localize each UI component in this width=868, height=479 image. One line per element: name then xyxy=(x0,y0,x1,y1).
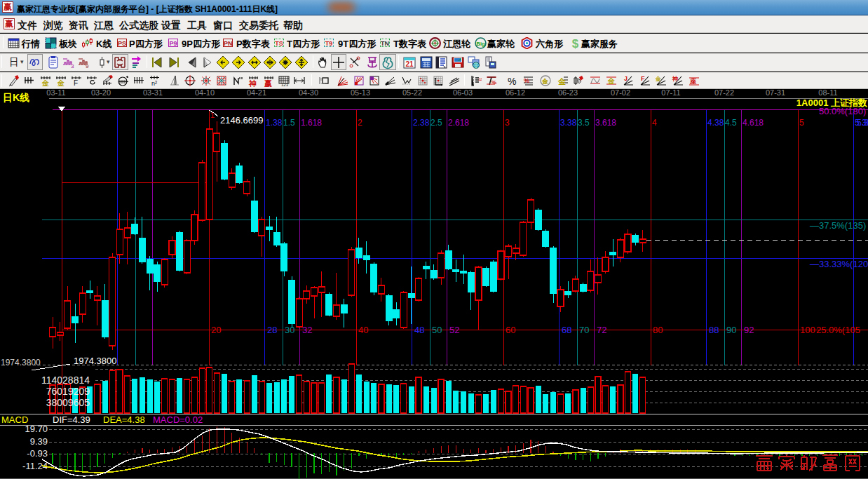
svg-text:04-21: 04-21 xyxy=(247,89,266,97)
svg-text:70: 70 xyxy=(579,325,589,335)
svg-text:9: 9 xyxy=(86,63,89,69)
svg-text:J: J xyxy=(624,75,628,82)
svg-text:05-13: 05-13 xyxy=(351,89,370,97)
svg-text:3.618: 3.618 xyxy=(595,118,616,128)
svg-text:%: % xyxy=(508,76,516,87)
svg-text:1974.3800: 1974.3800 xyxy=(74,356,116,366)
svg-text:20: 20 xyxy=(211,325,221,335)
svg-text:50.0%(180): 50.0%(180) xyxy=(819,106,866,116)
svg-text:68: 68 xyxy=(562,325,571,335)
svg-text:76019209: 76019209 xyxy=(46,386,90,397)
svg-text:90: 90 xyxy=(726,325,736,335)
svg-text:123: 123 xyxy=(478,77,482,81)
svg-text:40: 40 xyxy=(358,325,368,335)
svg-text:3.5: 3.5 xyxy=(578,118,590,128)
svg-text:金: 金 xyxy=(541,78,549,85)
svg-text:25.0%(105: 25.0%(105 xyxy=(816,325,860,335)
svg-text:123: 123 xyxy=(281,83,289,87)
svg-text:48: 48 xyxy=(414,325,424,335)
svg-text:%: % xyxy=(491,79,496,86)
svg-text:4: 4 xyxy=(652,118,657,128)
svg-text:03-31: 03-31 xyxy=(143,89,163,97)
svg-text:19.70: 19.70 xyxy=(25,424,48,434)
svg-text:21: 21 xyxy=(405,60,414,68)
svg-text:$: $ xyxy=(572,37,579,49)
svg-text:-0.93: -0.93 xyxy=(27,448,48,459)
svg-text:88: 88 xyxy=(709,325,719,335)
svg-text:%: % xyxy=(524,77,529,84)
svg-text:03-11: 03-11 xyxy=(46,89,65,97)
svg-text:07-22: 07-22 xyxy=(714,89,734,97)
svg-text:100: 100 xyxy=(800,325,815,335)
svg-text:80: 80 xyxy=(653,325,663,335)
svg-text:1974.3800: 1974.3800 xyxy=(1,358,41,367)
svg-text:06-12: 06-12 xyxy=(506,89,525,97)
svg-text:07-11: 07-11 xyxy=(661,89,680,97)
svg-text:4.5: 4.5 xyxy=(725,118,737,128)
svg-text:神: 神 xyxy=(248,79,257,87)
svg-text:2: 2 xyxy=(358,118,362,128)
svg-text:神: 神 xyxy=(672,76,678,82)
svg-text:2.618: 2.618 xyxy=(448,118,469,128)
svg-text:52: 52 xyxy=(449,325,459,335)
svg-text:金: 金 xyxy=(607,77,615,85)
svg-text:2.5: 2.5 xyxy=(430,118,442,128)
svg-text:5.3: 5.3 xyxy=(857,118,868,128)
svg-text:1.618: 1.618 xyxy=(301,118,322,128)
svg-text:06-23: 06-23 xyxy=(558,89,578,97)
svg-text:1.38: 1.38 xyxy=(266,118,283,128)
svg-text:日K线: 日K线 xyxy=(3,92,29,103)
svg-text:—37.5%(135): —37.5%(135) xyxy=(810,220,866,231)
svg-text:1.5: 1.5 xyxy=(283,118,295,128)
svg-text:2.38: 2.38 xyxy=(413,118,430,128)
svg-text:3: 3 xyxy=(505,118,510,128)
svg-text:06-03: 06-03 xyxy=(453,89,473,97)
svg-text:50: 50 xyxy=(432,325,442,335)
svg-text:3.38: 3.38 xyxy=(560,118,577,128)
svg-text:金: 金 xyxy=(41,79,49,87)
svg-text:72: 72 xyxy=(597,325,606,335)
svg-text:08-11: 08-11 xyxy=(818,89,837,97)
svg-text:DEA=4.38: DEA=4.38 xyxy=(103,414,145,425)
svg-text:金: 金 xyxy=(557,77,567,86)
svg-text:114028814: 114028814 xyxy=(41,375,90,386)
svg-text:5: 5 xyxy=(799,118,804,128)
svg-text:2146.6699: 2146.6699 xyxy=(220,115,263,126)
svg-text:05-22: 05-22 xyxy=(402,89,422,97)
svg-text:9.39: 9.39 xyxy=(30,436,48,447)
svg-text:30: 30 xyxy=(285,325,294,335)
svg-text:03-20: 03-20 xyxy=(91,89,111,97)
svg-text:4.618: 4.618 xyxy=(742,118,764,128)
svg-text:座: 座 xyxy=(689,78,697,85)
svg-text:07-02: 07-02 xyxy=(611,89,630,97)
svg-text:92: 92 xyxy=(744,325,754,335)
svg-text:F: F xyxy=(74,79,78,87)
svg-text:32: 32 xyxy=(302,325,312,335)
svg-text:04-30: 04-30 xyxy=(299,89,318,97)
svg-text:3: 3 xyxy=(71,63,74,69)
svg-text:Big: Big xyxy=(477,41,485,47)
svg-text:F: F xyxy=(641,75,645,82)
svg-text:07-31: 07-31 xyxy=(766,89,785,97)
svg-text:38009605: 38009605 xyxy=(46,397,90,408)
svg-text:—33.33%(120): —33.33%(120) xyxy=(810,259,868,269)
svg-text:28: 28 xyxy=(267,325,277,335)
svg-text:金: 金 xyxy=(57,79,65,87)
svg-text:DIF=4.39: DIF=4.39 xyxy=(53,414,90,425)
svg-text:MACD=0.02: MACD=0.02 xyxy=(153,414,203,425)
svg-text:金: 金 xyxy=(655,76,661,82)
svg-text:赢: 赢 xyxy=(264,79,272,87)
svg-text:n²: n² xyxy=(151,80,157,87)
svg-text:4.38: 4.38 xyxy=(707,118,724,128)
svg-text:60: 60 xyxy=(506,325,515,335)
svg-text:04-10: 04-10 xyxy=(195,89,215,97)
